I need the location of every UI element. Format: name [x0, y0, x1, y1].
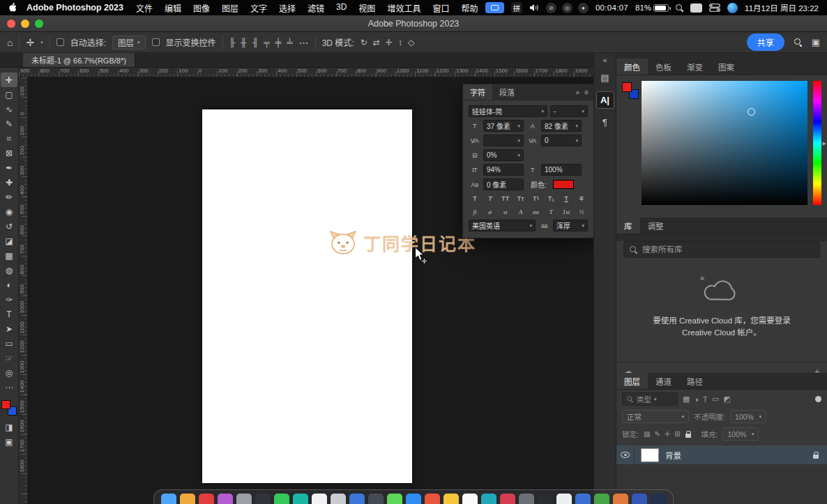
layer-thumbnail[interactable] — [641, 448, 659, 462]
minimize-button[interactable] — [21, 20, 29, 28]
menu-item[interactable]: 窗口 — [432, 2, 449, 14]
opentype-feature-button[interactable]: fi — [469, 206, 481, 217]
dock-app-icon[interactable] — [443, 494, 459, 504]
dock-app-icon[interactable] — [613, 494, 628, 504]
chevron-down-icon[interactable]: ▾ — [40, 40, 43, 45]
language-select[interactable]: 美国英语 ▾ — [469, 220, 536, 231]
dock-app-icon[interactable] — [218, 494, 233, 504]
type-tool[interactable]: T — [1, 307, 17, 321]
panel-tab[interactable]: 通道 — [648, 373, 679, 389]
mode-icon[interactable]: ◇ — [408, 38, 414, 47]
opentype-feature-button[interactable]: 1st — [560, 206, 572, 217]
color-swatches[interactable] — [622, 82, 639, 99]
dock-app-icon[interactable] — [349, 494, 365, 504]
blend-mode-select[interactable]: 正常 ▾ — [622, 410, 689, 423]
status-circle-icon[interactable]: ◎ — [562, 3, 572, 13]
align-icon[interactable]: ╧ — [287, 38, 293, 47]
menu-item[interactable]: 图像 — [193, 2, 210, 14]
dock-app-icon[interactable] — [274, 494, 289, 504]
dock-app-icon[interactable] — [425, 494, 440, 504]
paragraph-panel-icon[interactable]: ¶ — [596, 114, 614, 131]
horizontal-ruler[interactable]: 9008007006005004003002001000100200300400… — [19, 68, 593, 77]
text-style-button[interactable]: T — [560, 193, 572, 204]
dock-app-icon[interactable] — [519, 494, 534, 504]
panel-tab[interactable]: 图案 — [711, 59, 742, 75]
dock-app-icon[interactable] — [556, 494, 572, 504]
menu-item[interactable]: 文件 — [136, 2, 153, 14]
horizontal-scale-field[interactable]: 100% — [541, 164, 582, 176]
spotlight-search-icon[interactable] — [676, 4, 683, 12]
move-tool[interactable]: ✛ — [1, 72, 17, 87]
panel-menu-icon[interactable]: ≡ — [584, 89, 589, 96]
baseline-shift-field[interactable]: 0 像素 — [483, 178, 524, 190]
dock-app-icon[interactable] — [331, 494, 346, 504]
menu-item[interactable]: 帮助 — [461, 2, 478, 14]
text-color-swatch[interactable] — [553, 180, 574, 189]
dock-app-icon[interactable] — [632, 494, 647, 504]
dock-app-icon[interactable] — [368, 494, 384, 504]
layer-visibility-cell[interactable] — [616, 445, 635, 464]
text-style-button[interactable]: T₁ — [545, 193, 557, 204]
layer-filter-select[interactable]: 类型 ▾ — [622, 392, 678, 406]
panel-tab[interactable]: 路径 — [679, 373, 711, 389]
library-search-input[interactable] — [642, 245, 814, 254]
panel-expand-arrow-icon[interactable]: ▶ — [823, 141, 826, 146]
dodge-tool[interactable]: ◐ — [1, 277, 17, 292]
edit-toolbar-icon[interactable]: ⋯ — [1, 380, 17, 395]
menu-item[interactable]: 增效工具 — [387, 2, 420, 14]
layer-filter-icon[interactable]: ◑ — [694, 395, 699, 404]
mode-icon[interactable]: ↕ — [398, 38, 402, 47]
text-style-button[interactable]: T¹ — [529, 193, 542, 204]
healing-brush-tool[interactable]: ✚ — [1, 175, 17, 190]
layer-filter-icon[interactable]: T — [703, 395, 708, 404]
menu-item[interactable]: 视图 — [358, 2, 375, 14]
dock-app-icon[interactable] — [538, 494, 553, 504]
path-select-tool[interactable]: ➤ — [1, 321, 17, 336]
mode-icon[interactable]: ✛ — [386, 38, 393, 47]
text-style-button[interactable]: TT — [499, 193, 512, 204]
layer-filter-icon[interactable]: ▭ — [712, 395, 719, 404]
vertical-ruler[interactable]: 1000100200300400500600700800900100011001… — [19, 77, 28, 504]
status-circle-icon[interactable]: ⊘ — [546, 3, 556, 13]
hand-tool[interactable]: ☞ — [1, 351, 17, 365]
align-icon[interactable]: ╤ — [264, 38, 270, 47]
dock-app-icon[interactable] — [387, 494, 402, 504]
more-options-icon[interactable]: ⋯ — [299, 37, 309, 48]
panel-tab[interactable]: 段落 — [492, 84, 522, 100]
dock-app-icon[interactable] — [236, 494, 252, 504]
font-size-select[interactable]: 37 像素 ▾ — [483, 120, 524, 132]
home-icon[interactable]: ⌂ — [7, 37, 13, 48]
library-search[interactable] — [623, 241, 820, 258]
active-tool-icon[interactable]: ✛ — [26, 37, 34, 48]
dock-app-icon[interactable] — [575, 494, 591, 504]
character-panel-icon[interactable]: A| — [596, 91, 614, 109]
foreground-color-swatch[interactable] — [1, 400, 10, 409]
marquee-tool[interactable]: ▢ — [1, 87, 17, 102]
document-tab[interactable]: 未标题-1 @ 66.7%(RGB/8*) — [23, 53, 135, 67]
menu-item[interactable]: 滤镜 — [308, 2, 324, 14]
lock-option-icon[interactable]: ✛ — [665, 430, 670, 438]
font-family-select[interactable]: 娃娃体-简 ▾ — [469, 105, 547, 117]
menu-item[interactable]: 3D — [336, 2, 347, 14]
menu-item[interactable]: 图层 — [222, 2, 238, 14]
panel-collapse-icon[interactable]: » — [576, 89, 580, 96]
align-icon[interactable]: ╢ — [252, 38, 259, 47]
proportional-spacing-select[interactable]: 0% ▾ — [483, 149, 524, 161]
anti-alias-select[interactable]: 浑厚 ▾ — [553, 220, 588, 231]
screen-recording-indicator-icon[interactable] — [485, 2, 504, 13]
saturation-brightness-field[interactable] — [642, 81, 807, 205]
frame-tool[interactable]: ⊠ — [1, 146, 17, 160]
control-center-icon[interactable] — [709, 3, 720, 12]
lasso-tool[interactable]: ∿ — [1, 102, 17, 116]
fill-select[interactable]: 100% ▾ — [722, 427, 759, 441]
dock-app-icon[interactable] — [462, 494, 478, 504]
layer-filter-icon[interactable]: ◩ — [723, 395, 730, 404]
apple-menu-icon[interactable] — [8, 3, 17, 13]
dock-app-icon[interactable] — [594, 494, 609, 504]
dock-app-icon[interactable] — [161, 494, 176, 504]
menu-item[interactable]: 编辑 — [165, 2, 181, 14]
text-style-button[interactable]: T — [575, 193, 588, 204]
lock-option-icon[interactable]: ⊞ — [674, 430, 680, 438]
tracking-select[interactable]: 0 ▾ — [541, 135, 582, 146]
panel-tab[interactable]: 库 — [616, 217, 640, 234]
